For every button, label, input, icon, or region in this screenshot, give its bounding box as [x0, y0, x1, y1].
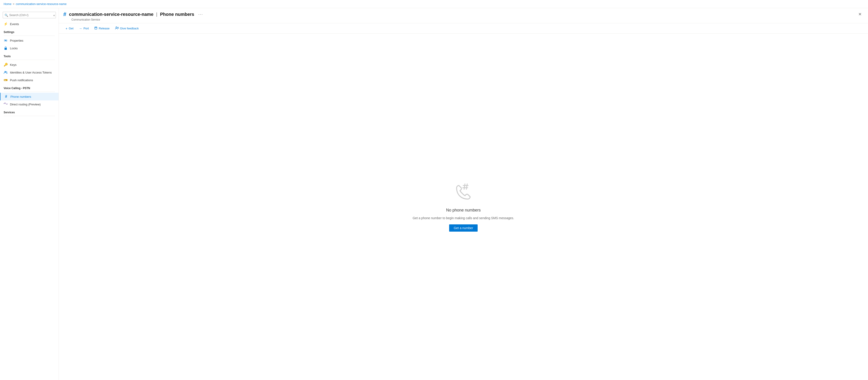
port-button[interactable]: → Port — [76, 25, 91, 32]
feedback-button[interactable]: Give feedback — [113, 25, 141, 32]
port-label: Port — [84, 27, 89, 30]
routing-icon — [4, 102, 8, 106]
sidebar-item-label: Keys — [10, 63, 17, 66]
sidebar-item-label: Properties — [10, 39, 23, 42]
sidebar-section-services: Services — [0, 108, 59, 115]
close-button[interactable]: ✕ — [857, 11, 864, 18]
sidebar-item-label: Identities & User Access Tokens — [10, 71, 52, 74]
collapse-button[interactable]: « — [53, 13, 56, 17]
page-title-divider: | — [156, 12, 157, 17]
breadcrumb-home[interactable]: Home — [4, 2, 11, 6]
sidebar-item-identities[interactable]: Identities & User Access Tokens — [0, 68, 59, 76]
get-icon: + — [66, 27, 67, 30]
page-hash-icon: # — [63, 11, 66, 18]
empty-state-subtitle: Get a phone number to begin making calls… — [412, 216, 514, 220]
get-label: Get — [69, 27, 73, 30]
search-icon: 🔍 — [4, 13, 8, 17]
push-icon — [4, 78, 8, 82]
sidebar-item-properties[interactable]: Properties — [0, 37, 59, 44]
port-icon: → — [79, 27, 82, 30]
empty-state-icon — [453, 182, 473, 202]
svg-point-6 — [4, 71, 6, 72]
release-label: Release — [99, 27, 110, 30]
svg-rect-8 — [4, 79, 7, 81]
feedback-icon — [115, 26, 119, 30]
get-number-button[interactable]: Get a number — [449, 224, 477, 232]
divider-services — [4, 116, 55, 116]
sidebar-item-events[interactable]: ⚡ Events — [0, 20, 59, 28]
hash-icon: # — [4, 94, 8, 98]
main-layout: 🔍 « ⚡ Events Settings Properties — [0, 8, 868, 380]
breadcrumb: Home > communication-service-resource-na… — [4, 2, 66, 6]
svg-rect-5 — [4, 48, 7, 50]
breadcrumb-resource[interactable]: communication-service-resource-name — [16, 2, 67, 6]
release-button[interactable]: Release — [92, 25, 112, 32]
empty-state: No phone numbers Get a phone number to b… — [59, 34, 868, 380]
sidebar-item-label: Locks — [10, 47, 18, 50]
identity-icon — [4, 70, 8, 75]
sidebar-item-keys[interactable]: 🔑 Keys — [0, 61, 59, 68]
svg-point-16 — [116, 27, 117, 28]
sidebar-item-phone-numbers[interactable]: # Phone numbers — [0, 93, 59, 100]
page-header: # communication-service-resource-name | … — [59, 8, 868, 23]
sidebar-section-voice: Voice Calling - PSTN — [0, 84, 59, 91]
empty-state-title: No phone numbers — [446, 208, 480, 213]
svg-line-18 — [466, 184, 467, 189]
page-title-section: Phone numbers — [160, 12, 194, 17]
content-area: # communication-service-resource-name | … — [59, 8, 868, 380]
toolbar: + Get → Port Release — [59, 23, 868, 34]
release-icon — [94, 26, 97, 30]
svg-line-17 — [464, 184, 465, 189]
svg-point-7 — [6, 71, 7, 72]
sidebar-item-label: Events — [10, 22, 19, 26]
sidebar-section-settings: Settings — [0, 28, 59, 35]
page-title-resource: communication-service-resource-name — [69, 12, 153, 17]
more-options-button[interactable]: ··· — [197, 11, 204, 17]
divider-tools — [4, 60, 55, 60]
sidebar-item-label: Phone numbers — [10, 95, 31, 98]
page-subtitle: Communication Service — [63, 18, 864, 21]
svg-point-0 — [5, 40, 6, 41]
lightning-icon: ⚡ — [4, 22, 8, 26]
sidebar: 🔍 « ⚡ Events Settings Properties — [0, 8, 59, 380]
svg-point-3 — [5, 39, 5, 40]
sidebar-section-tools: Tools — [0, 52, 59, 59]
divider-settings — [4, 35, 55, 36]
settings-icon — [4, 38, 8, 42]
top-bar: Home > communication-service-resource-na… — [0, 0, 868, 8]
feedback-label: Give feedback — [120, 27, 139, 30]
key-icon: 🔑 — [4, 63, 8, 67]
svg-point-11 — [4, 104, 4, 104]
sidebar-item-direct-routing[interactable]: Direct routing (Preview) — [0, 100, 59, 108]
page-title-row: # communication-service-resource-name | … — [63, 11, 864, 18]
sidebar-item-push-notifications[interactable]: Push notifications — [0, 76, 59, 84]
svg-point-4 — [6, 41, 7, 41]
svg-rect-10 — [4, 80, 6, 81]
breadcrumb-separator: > — [13, 2, 14, 6]
svg-rect-12 — [95, 27, 97, 29]
lock-icon — [4, 46, 8, 50]
sidebar-item-locks[interactable]: Locks — [0, 44, 59, 52]
get-button[interactable]: + Get — [63, 25, 76, 32]
search-input[interactable] — [3, 12, 56, 18]
svg-rect-9 — [4, 80, 5, 80]
search-container: 🔍 « — [0, 10, 59, 20]
sidebar-item-label: Push notifications — [10, 79, 33, 82]
sidebar-item-label: Direct routing (Preview) — [10, 103, 41, 106]
